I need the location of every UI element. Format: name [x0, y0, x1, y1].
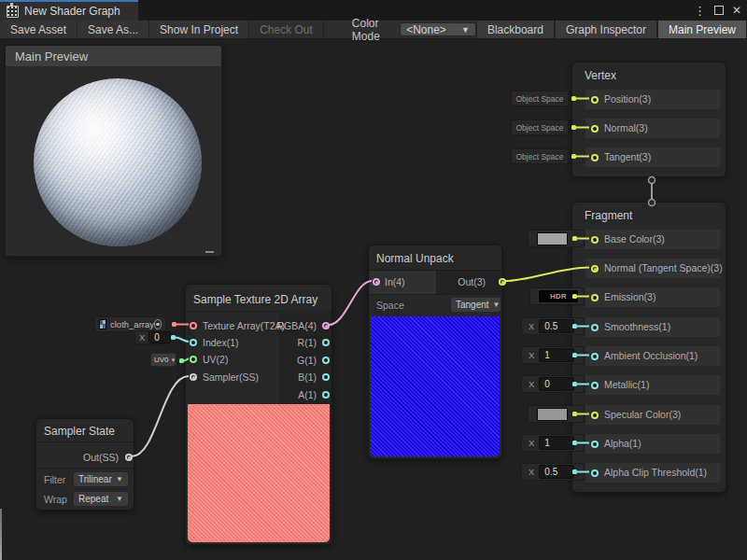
vertex-node[interactable]: Vertex Position(3) Normal(3) Tangent(3): [571, 62, 726, 177]
wrap-dropdown[interactable]: Repeat ▼: [73, 491, 129, 507]
object-picker-icon[interactable]: [154, 319, 162, 329]
alpha-port[interactable]: [591, 441, 599, 448]
object-space-chip[interactable]: Object Space: [511, 119, 569, 135]
fragment-slot-smoothness[interactable]: Smoothness(1): [585, 316, 721, 338]
slot-label: Smoothness(1): [604, 317, 670, 337]
metallic-port[interactable]: [591, 382, 599, 389]
input-label: Index(1): [203, 337, 239, 348]
save-asset-button[interactable]: Save Asset: [0, 21, 78, 38]
fragment-slot-normal-ts[interactable]: Normal (Tangent Space)(3): [585, 258, 721, 279]
out-ss-port[interactable]: [125, 454, 133, 461]
b-out-port[interactable]: [322, 373, 330, 381]
emission-port[interactable]: [591, 294, 599, 301]
graph-inspector-toggle[interactable]: Graph Inspector: [555, 21, 657, 38]
main-preview-title: Main Preview: [15, 49, 88, 63]
alpha-field[interactable]: 1: [539, 436, 574, 450]
link-dot: [572, 469, 577, 474]
space-dropdown[interactable]: Tangent ▼: [450, 297, 501, 313]
edge-rgba-normalunpack[interactable]: [329, 281, 372, 325]
vertex-slot-normal[interactable]: Normal(3): [585, 118, 721, 139]
main-preview-header[interactable]: Main Preview: [6, 46, 221, 66]
link-dot: [572, 382, 577, 386]
tab-title: New Shader Graph: [24, 5, 120, 18]
vertex-slot-position[interactable]: Position(3): [585, 89, 721, 110]
sampler-state-node[interactable]: Sampler State Out(SS) Filter Trilinear ▼…: [35, 418, 134, 511]
object-space-chip[interactable]: Object Space: [511, 148, 569, 164]
normal-port[interactable]: [591, 125, 599, 133]
output-label: B(1): [298, 371, 317, 383]
vertex-slot-tangent[interactable]: Tangent(3): [585, 147, 721, 168]
main-preview-toggle[interactable]: Main Preview: [657, 21, 747, 38]
sample-texture-2d-array-node[interactable]: Sample Texture 2D Array Texture Array(T2…: [185, 284, 332, 545]
uv-in-port[interactable]: [190, 356, 197, 363]
fragment-slot-metallic[interactable]: Metallic(1): [585, 374, 721, 396]
color-swatch[interactable]: [537, 232, 568, 245]
fragment-slot-alpha-clip[interactable]: Alpha Clip Threshold(1): [585, 462, 721, 483]
smoothness-field[interactable]: 0.5: [539, 319, 574, 333]
out-ss-label: Out(SS): [83, 452, 119, 463]
sampler-in-port[interactable]: [190, 373, 197, 381]
link-dot: [572, 412, 577, 416]
fragment-slot-base-color[interactable]: Base Color(3): [585, 229, 721, 250]
index-value-chip[interactable]: X0: [134, 330, 166, 344]
object-space-label: Object Space: [515, 123, 563, 133]
ambient-occlusion-field[interactable]: 1: [539, 348, 574, 362]
link-dot: [572, 294, 577, 299]
object-space-label: Object Space: [515, 152, 563, 161]
index-field[interactable]: 0: [148, 331, 171, 343]
slot-label: Specular Color(3): [604, 405, 681, 425]
uv-channel-dropdown[interactable]: UV0▼: [150, 353, 176, 367]
fragment-slot-specular-color[interactable]: Specular Color(3): [585, 404, 721, 426]
toolbar-right-group: Blackboard Graph Inspector Main Preview: [476, 21, 747, 38]
kebab-menu-icon[interactable]: ⋮: [694, 5, 706, 17]
texture-array-in-port[interactable]: [190, 322, 197, 329]
fragment-slot-alpha[interactable]: Alpha(1): [585, 433, 721, 455]
window-edge-highlight: [0, 509, 2, 560]
space-value: Tangent: [456, 300, 489, 310]
color-swatch[interactable]: [537, 408, 568, 421]
specular-color-port[interactable]: [591, 412, 599, 419]
g-out-port[interactable]: [322, 357, 330, 364]
alpha-clip-port[interactable]: [591, 469, 599, 477]
link-dot: [572, 353, 577, 357]
position-port[interactable]: [591, 96, 599, 104]
normal-ts-port[interactable]: [591, 265, 599, 273]
metallic-field[interactable]: 0: [539, 377, 574, 391]
fragment-slot-ambient-occlusion[interactable]: Ambient Occlusion(1): [585, 345, 721, 367]
index-in-port[interactable]: [190, 339, 197, 346]
base-color-port[interactable]: [591, 236, 599, 244]
fragment-node[interactable]: Fragment Base Color(3) Normal (Tangent S…: [571, 202, 726, 493]
link-dot: [172, 322, 176, 327]
normal-unpack-node[interactable]: Normal Unpack In(4) Out(3) Space Tangent…: [368, 245, 502, 459]
link-dot: [572, 236, 577, 241]
slot-label: Tangent(3): [604, 147, 651, 167]
tangent-port[interactable]: [591, 154, 599, 161]
show-in-project-button[interactable]: Show In Project: [149, 21, 249, 38]
slot-label: Normal (Tangent Space)(3): [604, 259, 723, 278]
maximize-icon[interactable]: [714, 6, 724, 15]
blackboard-toggle[interactable]: Blackboard: [476, 21, 555, 38]
color-mode-label: Color Mode: [345, 21, 400, 38]
in-port[interactable]: [373, 278, 380, 286]
shader-graph-window: New Shader Graph ⋮ ✕ Save Asset Save As.…: [0, 0, 747, 560]
edge-samplerstate-sampler[interactable]: [132, 376, 189, 456]
smoothness-port[interactable]: [591, 324, 599, 331]
tab-new-shader-graph[interactable]: New Shader Graph: [0, 0, 138, 21]
filter-label: Filter: [44, 474, 65, 485]
color-mode-dropdown[interactable]: <None> ▼: [400, 22, 476, 36]
fragment-slot-emission[interactable]: Emission(3): [585, 287, 721, 308]
ambient-occlusion-port[interactable]: [591, 353, 599, 360]
filter-dropdown[interactable]: Trilinear ▼: [73, 471, 129, 487]
output-label: A(1): [298, 389, 317, 400]
save-as-button[interactable]: Save As...: [78, 21, 149, 38]
r-out-port[interactable]: [322, 339, 330, 346]
close-icon[interactable]: ✕: [732, 5, 741, 16]
alpha-clip-field[interactable]: 0.5: [539, 465, 574, 479]
object-space-chip[interactable]: Object Space: [511, 91, 569, 106]
slot-label: Alpha Clip Threshold(1): [604, 463, 707, 483]
panel-resize-handle[interactable]: [205, 251, 214, 253]
out-port[interactable]: [499, 278, 506, 286]
rgba-out-port[interactable]: [322, 322, 330, 329]
main-preview-panel[interactable]: Main Preview: [5, 45, 222, 257]
a-out-port[interactable]: [322, 391, 330, 399]
